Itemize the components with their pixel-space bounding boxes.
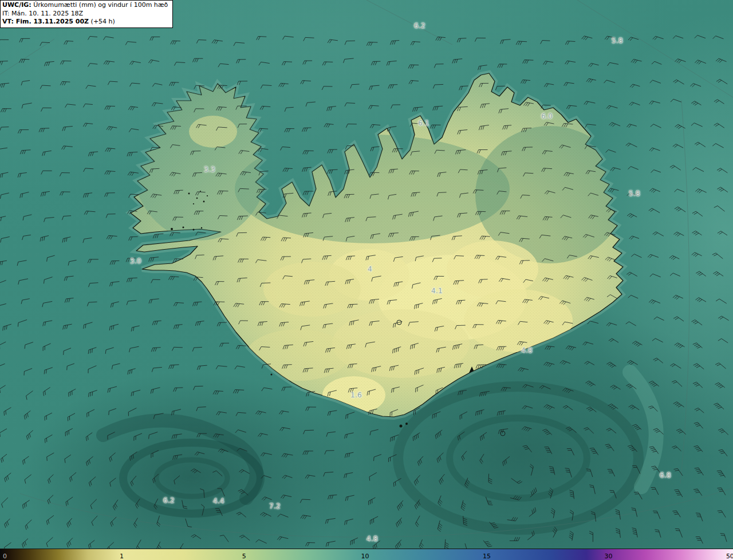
colorbar-tick-label: 10 xyxy=(361,553,369,559)
colorbar-tick-label: 0 xyxy=(3,553,7,559)
model-name: UWC/IG: xyxy=(2,1,31,9)
weather-map: 6.25.86.16.03.35.83.044.14.81.66.86.24.4… xyxy=(0,0,733,560)
precipitation-shading xyxy=(126,69,630,424)
colorbar: 01510153050 xyxy=(0,549,733,560)
colorbar-tick-label: 30 xyxy=(604,553,612,559)
map-canvas xyxy=(0,0,733,560)
map-title-box: UWC/IG: Úrkomumætti (mm) og vindur í 100… xyxy=(0,0,173,28)
colorbar-tick-label: 5 xyxy=(242,553,246,559)
valid-time-offset: (+54 h) xyxy=(89,18,115,25)
map-title: Úrkomumætti (mm) og vindur í 100m hæð xyxy=(31,1,168,9)
valid-time: VT: Fim. 13.11.2025 00Z xyxy=(2,18,89,25)
init-time: IT: Mán. 10. 11. 2025 18Z xyxy=(2,10,168,18)
valid-time-line: VT: Fim. 13.11.2025 00Z (+54 h) xyxy=(2,18,168,26)
colorbar-ticks: 01510153050 xyxy=(0,549,733,560)
title-line: UWC/IG: Úrkomumætti (mm) og vindur í 100… xyxy=(2,1,168,10)
colorbar-tick-label: 50 xyxy=(726,553,733,559)
colorbar-tick-label: 1 xyxy=(120,553,124,559)
colorbar-tick-label: 15 xyxy=(483,553,491,559)
